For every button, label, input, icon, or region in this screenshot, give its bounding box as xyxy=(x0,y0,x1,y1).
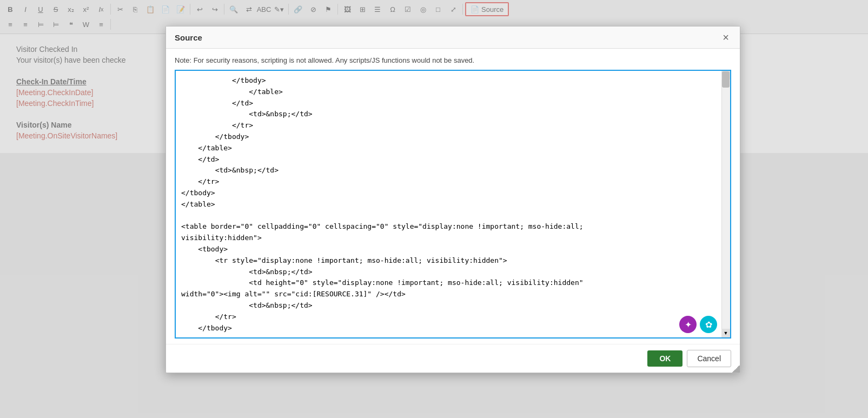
modal-body: Note: For security reasons, scripting is… xyxy=(166,49,740,344)
scroll-down-arrow[interactable]: ▼ xyxy=(721,329,730,337)
floating-btn-purple[interactable]: ✦ xyxy=(679,316,697,333)
floating-btn-teal[interactable]: ✿ xyxy=(700,316,717,333)
source-modal: Source × Note: For security reasons, scr… xyxy=(165,26,740,373)
resize-handle[interactable] xyxy=(732,365,740,373)
cancel-button[interactable]: Cancel xyxy=(687,350,731,367)
scrollbar[interactable]: ▲ ▼ xyxy=(721,71,730,337)
modal-note: Note: For security reasons, scripting is… xyxy=(175,56,731,64)
modal-title: Source xyxy=(175,33,202,42)
scrollbar-thumb[interactable] xyxy=(722,71,730,88)
source-textarea-wrapper: ▲ ▼ ✦ ✿ xyxy=(175,70,731,339)
modal-close-button[interactable]: × xyxy=(720,32,731,43)
ok-button[interactable]: OK xyxy=(647,350,683,367)
modal-footer: OK Cancel xyxy=(166,344,740,373)
floating-buttons: ✦ ✿ xyxy=(679,316,717,333)
source-textarea[interactable] xyxy=(176,71,730,336)
modal-header: Source × xyxy=(166,26,740,49)
